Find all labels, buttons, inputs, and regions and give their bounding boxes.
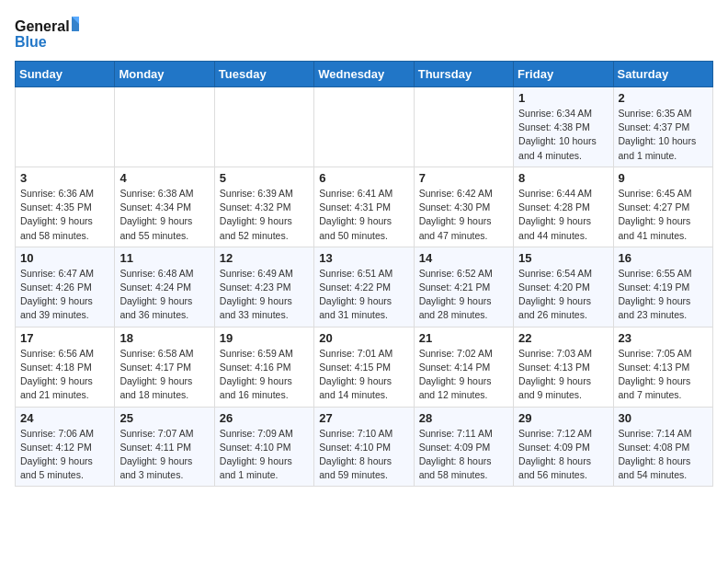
day-info: Sunrise: 6:56 AM Sunset: 4:18 PM Dayligh…: [20, 347, 109, 403]
calendar-week-row: 17Sunrise: 6:56 AM Sunset: 4:18 PM Dayli…: [16, 327, 713, 407]
day-number: 22: [518, 331, 608, 345]
calendar-cell: 25Sunrise: 7:07 AM Sunset: 4:11 PM Dayli…: [115, 407, 214, 487]
day-header-wednesday: Wednesday: [314, 62, 414, 87]
day-number: 26: [220, 411, 309, 425]
day-number: 14: [419, 251, 508, 265]
day-info: Sunrise: 6:36 AM Sunset: 4:35 PM Dayligh…: [20, 187, 109, 243]
calendar-cell: [16, 87, 115, 167]
calendar-week-row: 24Sunrise: 7:06 AM Sunset: 4:12 PM Dayli…: [16, 407, 713, 487]
day-info: Sunrise: 7:10 AM Sunset: 4:10 PM Dayligh…: [319, 427, 408, 483]
calendar-cell: 12Sunrise: 6:49 AM Sunset: 4:23 PM Dayli…: [214, 247, 313, 327]
calendar-cell: 10Sunrise: 6:47 AM Sunset: 4:26 PM Dayli…: [16, 247, 115, 327]
day-header-sunday: Sunday: [16, 62, 115, 87]
calendar-week-row: 3Sunrise: 6:36 AM Sunset: 4:35 PM Daylig…: [16, 167, 713, 247]
day-number: 15: [518, 251, 608, 265]
day-number: 9: [619, 171, 708, 185]
calendar-cell: 18Sunrise: 6:58 AM Sunset: 4:17 PM Dayli…: [115, 327, 214, 407]
day-number: 12: [220, 251, 309, 265]
day-number: 3: [20, 171, 109, 185]
calendar-cell: 19Sunrise: 6:59 AM Sunset: 4:16 PM Dayli…: [214, 327, 313, 407]
day-info: Sunrise: 6:59 AM Sunset: 4:16 PM Dayligh…: [220, 347, 309, 403]
day-number: 16: [619, 251, 708, 265]
day-number: 10: [20, 251, 109, 265]
day-number: 8: [518, 171, 608, 185]
calendar-week-row: 1Sunrise: 6:34 AM Sunset: 4:38 PM Daylig…: [16, 87, 713, 167]
calendar-cell: [115, 87, 214, 167]
day-number: 17: [20, 331, 109, 345]
calendar-cell: 14Sunrise: 6:52 AM Sunset: 4:21 PM Dayli…: [414, 247, 513, 327]
calendar-cell: 13Sunrise: 6:51 AM Sunset: 4:22 PM Dayli…: [314, 247, 414, 327]
day-number: 6: [319, 171, 408, 185]
day-info: Sunrise: 7:05 AM Sunset: 4:13 PM Dayligh…: [619, 347, 708, 403]
day-number: 1: [518, 91, 608, 105]
calendar-week-row: 10Sunrise: 6:47 AM Sunset: 4:26 PM Dayli…: [16, 247, 713, 327]
day-info: Sunrise: 6:42 AM Sunset: 4:30 PM Dayligh…: [419, 187, 508, 243]
calendar-cell: 29Sunrise: 7:12 AM Sunset: 4:09 PM Dayli…: [514, 407, 613, 487]
calendar-cell: 4Sunrise: 6:38 AM Sunset: 4:34 PM Daylig…: [115, 167, 214, 247]
day-number: 23: [619, 331, 708, 345]
day-number: 4: [119, 171, 209, 185]
calendar-header-row: SundayMondayTuesdayWednesdayThursdayFrid…: [16, 62, 713, 87]
calendar-cell: 7Sunrise: 6:42 AM Sunset: 4:30 PM Daylig…: [414, 167, 513, 247]
day-info: Sunrise: 6:35 AM Sunset: 4:37 PM Dayligh…: [619, 107, 708, 163]
calendar-cell: 16Sunrise: 6:55 AM Sunset: 4:19 PM Dayli…: [613, 247, 712, 327]
logo-svg: General Blue: [15, 15, 79, 52]
day-info: Sunrise: 7:02 AM Sunset: 4:14 PM Dayligh…: [419, 347, 508, 403]
day-number: 5: [220, 171, 309, 185]
day-number: 2: [619, 91, 708, 105]
day-info: Sunrise: 6:48 AM Sunset: 4:24 PM Dayligh…: [119, 267, 209, 323]
calendar-cell: 5Sunrise: 6:39 AM Sunset: 4:32 PM Daylig…: [214, 167, 313, 247]
calendar-cell: 11Sunrise: 6:48 AM Sunset: 4:24 PM Dayli…: [115, 247, 214, 327]
day-number: 29: [518, 411, 608, 425]
day-info: Sunrise: 7:07 AM Sunset: 4:11 PM Dayligh…: [119, 427, 209, 483]
day-info: Sunrise: 6:44 AM Sunset: 4:28 PM Dayligh…: [518, 187, 608, 243]
day-header-friday: Friday: [514, 62, 613, 87]
day-header-saturday: Saturday: [613, 62, 712, 87]
day-info: Sunrise: 6:39 AM Sunset: 4:32 PM Dayligh…: [220, 187, 309, 243]
day-number: 7: [419, 171, 508, 185]
day-number: 20: [319, 331, 408, 345]
day-number: 30: [619, 411, 708, 425]
day-info: Sunrise: 6:58 AM Sunset: 4:17 PM Dayligh…: [119, 347, 209, 403]
calendar-cell: 26Sunrise: 7:09 AM Sunset: 4:10 PM Dayli…: [214, 407, 313, 487]
calendar-cell: 8Sunrise: 6:44 AM Sunset: 4:28 PM Daylig…: [514, 167, 613, 247]
calendar-cell: 30Sunrise: 7:14 AM Sunset: 4:08 PM Dayli…: [613, 407, 712, 487]
svg-text:General: General: [15, 18, 70, 34]
day-number: 13: [319, 251, 408, 265]
day-info: Sunrise: 6:55 AM Sunset: 4:19 PM Dayligh…: [619, 267, 708, 323]
page-header: General Blue: [15, 15, 713, 52]
day-info: Sunrise: 7:11 AM Sunset: 4:09 PM Dayligh…: [419, 427, 508, 483]
calendar-cell: [414, 87, 513, 167]
day-info: Sunrise: 6:52 AM Sunset: 4:21 PM Dayligh…: [419, 267, 508, 323]
calendar-cell: 15Sunrise: 6:54 AM Sunset: 4:20 PM Dayli…: [514, 247, 613, 327]
svg-text:Blue: Blue: [15, 34, 47, 50]
day-number: 25: [119, 411, 209, 425]
calendar-cell: 24Sunrise: 7:06 AM Sunset: 4:12 PM Dayli…: [16, 407, 115, 487]
day-info: Sunrise: 7:01 AM Sunset: 4:15 PM Dayligh…: [319, 347, 408, 403]
day-number: 27: [319, 411, 408, 425]
day-info: Sunrise: 7:06 AM Sunset: 4:12 PM Dayligh…: [20, 427, 109, 483]
day-info: Sunrise: 6:41 AM Sunset: 4:31 PM Dayligh…: [319, 187, 408, 243]
day-info: Sunrise: 6:49 AM Sunset: 4:23 PM Dayligh…: [220, 267, 309, 323]
day-header-monday: Monday: [115, 62, 214, 87]
calendar-cell: 3Sunrise: 6:36 AM Sunset: 4:35 PM Daylig…: [16, 167, 115, 247]
day-info: Sunrise: 6:47 AM Sunset: 4:26 PM Dayligh…: [20, 267, 109, 323]
calendar-cell: 28Sunrise: 7:11 AM Sunset: 4:09 PM Dayli…: [414, 407, 513, 487]
day-info: Sunrise: 7:03 AM Sunset: 4:13 PM Dayligh…: [518, 347, 608, 403]
calendar-cell: [314, 87, 414, 167]
day-number: 18: [119, 331, 209, 345]
calendar-cell: 1Sunrise: 6:34 AM Sunset: 4:38 PM Daylig…: [514, 87, 613, 167]
calendar-cell: 27Sunrise: 7:10 AM Sunset: 4:10 PM Dayli…: [314, 407, 414, 487]
day-header-tuesday: Tuesday: [214, 62, 313, 87]
calendar-body: 1Sunrise: 6:34 AM Sunset: 4:38 PM Daylig…: [16, 87, 713, 487]
day-number: 21: [419, 331, 508, 345]
day-number: 19: [220, 331, 309, 345]
day-info: Sunrise: 6:38 AM Sunset: 4:34 PM Dayligh…: [119, 187, 209, 243]
day-info: Sunrise: 6:51 AM Sunset: 4:22 PM Dayligh…: [319, 267, 408, 323]
day-number: 24: [20, 411, 109, 425]
day-header-thursday: Thursday: [414, 62, 513, 87]
logo: General Blue: [15, 15, 79, 52]
calendar-cell: [214, 87, 313, 167]
calendar-cell: 6Sunrise: 6:41 AM Sunset: 4:31 PM Daylig…: [314, 167, 414, 247]
calendar-cell: 20Sunrise: 7:01 AM Sunset: 4:15 PM Dayli…: [314, 327, 414, 407]
